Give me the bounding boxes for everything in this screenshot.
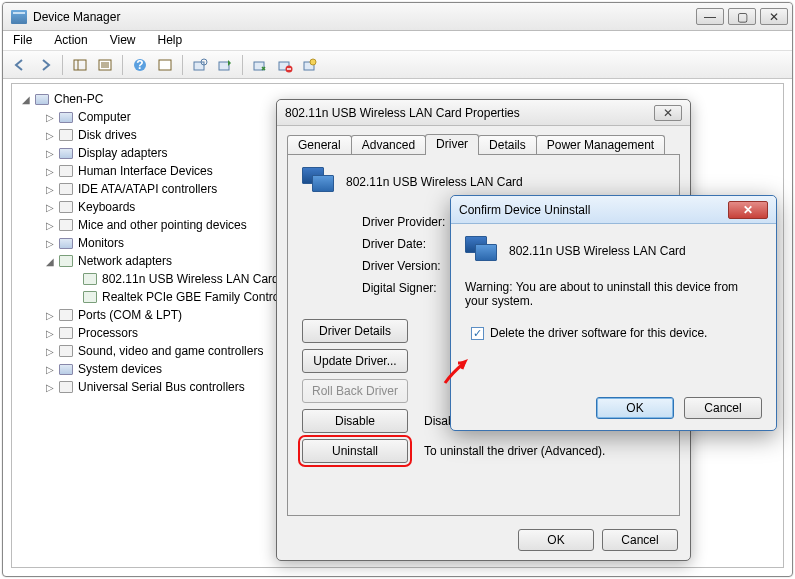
confirm-ok-button[interactable]: OK bbox=[596, 397, 674, 419]
port-icon bbox=[58, 307, 74, 323]
computer-icon bbox=[34, 91, 50, 107]
expand-icon[interactable]: ▷ bbox=[44, 166, 56, 177]
tab-details[interactable]: Details bbox=[478, 135, 537, 155]
dialog-title: 802.11n USB Wireless LAN Card Properties bbox=[285, 106, 654, 120]
confirm-titlebar[interactable]: Confirm Device Uninstall ✕ bbox=[451, 196, 776, 224]
device-icon bbox=[465, 236, 499, 266]
display-icon bbox=[58, 145, 74, 161]
scan-hardware-button[interactable] bbox=[189, 54, 211, 76]
cpu-icon bbox=[58, 325, 74, 341]
expand-icon[interactable]: ▷ bbox=[44, 184, 56, 195]
expand-icon[interactable]: ▷ bbox=[44, 238, 56, 249]
titlebar[interactable]: Device Manager — ▢ ✕ bbox=[3, 3, 792, 31]
menu-view[interactable]: View bbox=[106, 33, 140, 48]
label-version: Driver Version: bbox=[362, 259, 462, 273]
label-signer: Digital Signer: bbox=[362, 281, 462, 295]
delete-driver-checkbox-label: Delete the driver software for this devi… bbox=[490, 326, 707, 340]
menu-help[interactable]: Help bbox=[154, 33, 187, 48]
tabstrip: General Advanced Driver Details Power Ma… bbox=[287, 134, 680, 155]
confirm-footer: OK Cancel bbox=[451, 386, 776, 430]
add-legacy-button[interactable] bbox=[299, 54, 321, 76]
confirm-warning: Warning: You are about to uninstall this… bbox=[465, 280, 762, 308]
netdev-icon bbox=[82, 271, 98, 287]
mouse-icon bbox=[58, 217, 74, 233]
svg-rect-11 bbox=[219, 62, 229, 70]
disable-button[interactable]: Disable bbox=[302, 409, 408, 433]
expand-icon[interactable]: ▷ bbox=[44, 112, 56, 123]
separator bbox=[62, 55, 63, 75]
expand-icon[interactable]: ▷ bbox=[44, 310, 56, 321]
confirm-uninstall-dialog: Confirm Device Uninstall ✕ 802.11n USB W… bbox=[450, 195, 777, 431]
expand-icon[interactable]: ▷ bbox=[44, 202, 56, 213]
tab-power-management[interactable]: Power Management bbox=[536, 135, 665, 155]
confirm-cancel-button[interactable]: Cancel bbox=[684, 397, 762, 419]
close-button[interactable]: ✕ bbox=[760, 8, 788, 25]
separator bbox=[182, 55, 183, 75]
collapse-icon[interactable]: ◢ bbox=[20, 94, 32, 105]
ok-button[interactable]: OK bbox=[518, 529, 594, 551]
expand-icon[interactable]: ▷ bbox=[44, 328, 56, 339]
show-hide-tree-button[interactable] bbox=[69, 54, 91, 76]
computer-cat-icon bbox=[58, 109, 74, 125]
network-icon bbox=[58, 253, 74, 269]
confirm-close-button[interactable]: ✕ bbox=[728, 201, 768, 219]
cancel-button[interactable]: Cancel bbox=[602, 529, 678, 551]
update-driver-button[interactable]: Update Driver... bbox=[302, 349, 408, 373]
collapse-icon[interactable]: ◢ bbox=[44, 256, 56, 267]
menu-action[interactable]: Action bbox=[50, 33, 91, 48]
uninstall-desc: To uninstall the driver (Advanced). bbox=[424, 444, 605, 458]
action-button[interactable] bbox=[154, 54, 176, 76]
expand-icon[interactable]: ▷ bbox=[44, 220, 56, 231]
svg-rect-9 bbox=[194, 62, 204, 70]
expand-icon[interactable]: ▷ bbox=[44, 148, 56, 159]
delete-driver-checkbox-row[interactable]: ✓ Delete the driver software for this de… bbox=[471, 326, 762, 340]
forward-button[interactable] bbox=[34, 54, 56, 76]
svg-point-17 bbox=[310, 59, 316, 65]
dialog-titlebar[interactable]: 802.11n USB Wireless LAN Card Properties… bbox=[277, 100, 690, 126]
expand-icon[interactable]: ▷ bbox=[44, 382, 56, 393]
dialog-footer: OK Cancel bbox=[277, 520, 690, 560]
device-header: 802.11n USB Wireless LAN Card bbox=[302, 167, 665, 197]
label-provider: Driver Provider: bbox=[362, 215, 462, 229]
tab-driver[interactable]: Driver bbox=[425, 134, 479, 155]
confirm-device-row: 802.11n USB Wireless LAN Card bbox=[465, 236, 762, 266]
properties-button[interactable] bbox=[94, 54, 116, 76]
minimize-button[interactable]: — bbox=[696, 8, 724, 25]
uninstall-button[interactable] bbox=[274, 54, 296, 76]
svg-rect-0 bbox=[74, 60, 86, 70]
checkbox-checked-icon[interactable]: ✓ bbox=[471, 327, 484, 340]
tab-advanced[interactable]: Advanced bbox=[351, 135, 426, 155]
menubar: File Action View Help bbox=[3, 31, 792, 51]
toolbar: ? bbox=[3, 51, 792, 79]
app-icon bbox=[11, 10, 27, 24]
update-driver-button[interactable] bbox=[214, 54, 236, 76]
expand-icon[interactable]: ▷ bbox=[44, 130, 56, 141]
monitor-icon bbox=[58, 235, 74, 251]
disk-icon bbox=[58, 127, 74, 143]
back-button[interactable] bbox=[9, 54, 31, 76]
confirm-device-name: 802.11n USB Wireless LAN Card bbox=[509, 244, 686, 258]
confirm-title: Confirm Device Uninstall bbox=[459, 203, 728, 217]
menu-file[interactable]: File bbox=[9, 33, 36, 48]
sound-icon bbox=[58, 343, 74, 359]
enable-button[interactable] bbox=[249, 54, 271, 76]
device-icon bbox=[302, 167, 336, 197]
netdev-icon bbox=[82, 289, 98, 305]
system-icon bbox=[58, 361, 74, 377]
maximize-button[interactable]: ▢ bbox=[728, 8, 756, 25]
device-name: 802.11n USB Wireless LAN Card bbox=[346, 175, 523, 189]
window-title: Device Manager bbox=[33, 10, 696, 24]
separator bbox=[122, 55, 123, 75]
separator bbox=[242, 55, 243, 75]
usb-icon bbox=[58, 379, 74, 395]
expand-icon[interactable]: ▷ bbox=[44, 346, 56, 357]
help-button[interactable]: ? bbox=[129, 54, 151, 76]
tab-general[interactable]: General bbox=[287, 135, 352, 155]
driver-details-button[interactable]: Driver Details bbox=[302, 319, 408, 343]
tree-root-label: Chen-PC bbox=[54, 92, 103, 106]
svg-text:?: ? bbox=[136, 58, 143, 72]
uninstall-button[interactable]: Uninstall bbox=[302, 439, 408, 463]
expand-icon[interactable]: ▷ bbox=[44, 364, 56, 375]
dialog-close-button[interactable]: ✕ bbox=[654, 105, 682, 121]
svg-rect-8 bbox=[159, 60, 171, 70]
